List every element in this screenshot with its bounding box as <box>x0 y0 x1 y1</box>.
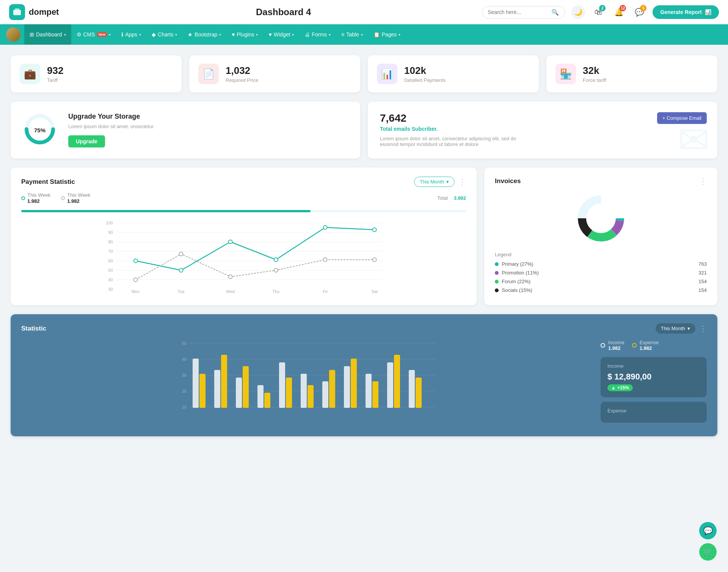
fab-chat-button[interactable]: 💬 <box>699 522 717 539</box>
statistic-controls: This Month ▾ ⋮ <box>656 323 707 334</box>
chevron-down-icon: ▾ <box>175 33 177 37</box>
bar-chart-icon: 📊 <box>705 9 711 15</box>
chevron-down-icon: ▾ <box>329 33 331 37</box>
legend-item-forum: Forum (22%) <box>495 279 530 284</box>
notification-bell[interactable]: 🔔 12 <box>612 5 626 19</box>
dashboard-icon: ⊞ <box>30 31 34 38</box>
promotion-dot <box>495 271 499 275</box>
search-input[interactable] <box>488 9 548 15</box>
nav-item-pages[interactable]: 📋 Pages ▾ <box>368 24 406 45</box>
nav-item-plugins[interactable]: ♥ Plugins ▾ <box>226 24 263 45</box>
stat-card-info: 1,032 Required Price <box>226 65 258 83</box>
nav-label-plugins: Plugins <box>237 31 254 38</box>
statistic-side-panel: Income 1.982 Expense 1.982 Income <box>601 340 707 427</box>
svg-rect-68 <box>366 374 372 408</box>
list-item: Primary (27%) 763 <box>495 261 707 267</box>
payments-value: 102k <box>404 65 446 77</box>
socials-dot <box>495 288 499 292</box>
svg-rect-73 <box>416 378 422 408</box>
plugins-icon: ♥ <box>232 31 235 38</box>
nav-label-apps: Apps <box>125 31 137 38</box>
invoices-title: Invoices <box>495 177 521 185</box>
svg-rect-69 <box>372 381 378 408</box>
svg-rect-60 <box>279 362 285 408</box>
chevron-down-icon: ▾ <box>109 33 111 37</box>
payments-icon: 📊 <box>377 64 397 84</box>
search-box[interactable]: 🔍 <box>482 6 565 19</box>
forms-icon: 🖨 <box>304 31 310 38</box>
email-value: 7,642 <box>380 112 705 124</box>
nav-item-cms[interactable]: ⚙ CMS New ▾ <box>71 24 116 45</box>
svg-text:40: 40 <box>182 357 187 362</box>
total-value: 3.982 <box>454 195 466 201</box>
email-card: + Compose Email 7,642 Total emails Subcr… <box>368 102 717 158</box>
svg-point-28 <box>274 258 278 262</box>
statistic-title: Statistic <box>21 325 46 332</box>
svg-point-34 <box>274 268 278 272</box>
nav-item-dashboard[interactable]: ⊞ Dashboard ▾ <box>24 24 71 45</box>
legend-label-1: This Week <box>27 192 50 198</box>
svg-point-25 <box>134 259 138 263</box>
invoices-card: Invoices ⋮ Legend <box>484 168 717 305</box>
nav-label-charts: Charts <box>158 31 173 38</box>
logo-icon <box>9 4 25 20</box>
more-options-button[interactable]: ⋮ <box>458 177 466 186</box>
cart-button[interactable]: 🛍 2 <box>591 5 606 19</box>
total-area: Total 3.982 <box>437 195 466 201</box>
upgrade-button[interactable]: Upgrade <box>68 135 105 147</box>
payment-controls: This Month ▾ ⋮ <box>414 177 466 187</box>
legend-title: Legend <box>495 252 707 257</box>
page-title: Dashboard 4 <box>85 7 482 17</box>
this-month-button[interactable]: This Month ▾ <box>414 177 455 187</box>
legend-item-promotion: Promotion (11%) <box>495 270 539 276</box>
svg-text:100: 100 <box>106 221 113 225</box>
invoices-more-button[interactable]: ⋮ <box>699 177 707 186</box>
svg-rect-67 <box>351 359 357 408</box>
svg-point-32 <box>179 252 183 256</box>
total-label: Total <box>437 195 447 201</box>
statistic-month-button[interactable]: This Month ▾ <box>656 323 695 334</box>
legend-val-1: 1.982 <box>27 198 50 204</box>
svg-point-29 <box>323 226 327 229</box>
required-price-icon: 📄 <box>198 64 219 84</box>
tariff-icon: 💼 <box>20 64 40 84</box>
svg-rect-0 <box>13 10 21 15</box>
svg-text:30: 30 <box>108 287 113 291</box>
nav-item-table[interactable]: ≡ Table ▾ <box>336 24 368 45</box>
fab-settings-button[interactable]: 🛒 <box>699 543 717 561</box>
pages-icon: 📋 <box>373 31 380 38</box>
svg-rect-59 <box>264 393 270 408</box>
promotion-label: Promotion (11%) <box>502 270 539 276</box>
nav-item-widget[interactable]: ♥ Widget ▾ <box>263 24 299 45</box>
main-content: 💼 932 Tariff 📄 1,032 Required Price 📊 10… <box>0 45 728 447</box>
svg-rect-62 <box>301 374 307 408</box>
nav-item-charts[interactable]: ◆ Charts ▾ <box>146 24 182 45</box>
svg-point-30 <box>373 228 377 232</box>
navigation: ⊞ Dashboard ▾ ⚙ CMS New ▾ ℹ Apps ▾ ◆ Cha… <box>0 24 728 45</box>
forum-label: Forum (22%) <box>502 279 530 284</box>
theme-toggle[interactable]: 🌙 <box>571 5 585 19</box>
svg-text:80: 80 <box>108 240 113 244</box>
expense-box: Expense <box>601 402 707 423</box>
payment-statistic-card: Payment Statistic This Month ▾ ⋮ This We… <box>11 168 477 305</box>
svg-rect-56 <box>236 378 242 408</box>
income-badge: ▲ +15% <box>607 384 633 391</box>
statistic-more-button[interactable]: ⋮ <box>699 324 707 333</box>
svg-text:50: 50 <box>182 341 187 346</box>
generate-report-label: Generate Report <box>660 9 702 15</box>
income-legend-dot <box>601 343 605 348</box>
svg-rect-71 <box>394 355 400 408</box>
list-item: Forum (22%) 154 <box>495 279 707 284</box>
income-badge-value: +15% <box>617 385 629 390</box>
nav-item-forms[interactable]: 🖨 Forms ▾ <box>299 24 336 45</box>
chevron-down-icon: ▾ <box>292 33 294 37</box>
up-arrow-icon: ▲ <box>611 385 616 390</box>
generate-report-button[interactable]: Generate Report 📊 <box>653 5 719 19</box>
nav-item-bootstrap[interactable]: ★ Bootstrap ▾ <box>182 24 226 45</box>
email-description: Lorem ipsum dolor sit amet, consectetur … <box>380 136 524 147</box>
chevron-down-icon: ▾ <box>256 33 258 37</box>
chat-button[interactable]: 💬 5 <box>632 5 646 19</box>
nav-item-apps[interactable]: ℹ Apps ▾ <box>116 24 146 45</box>
svg-rect-61 <box>286 378 292 408</box>
svg-rect-52 <box>193 359 199 408</box>
